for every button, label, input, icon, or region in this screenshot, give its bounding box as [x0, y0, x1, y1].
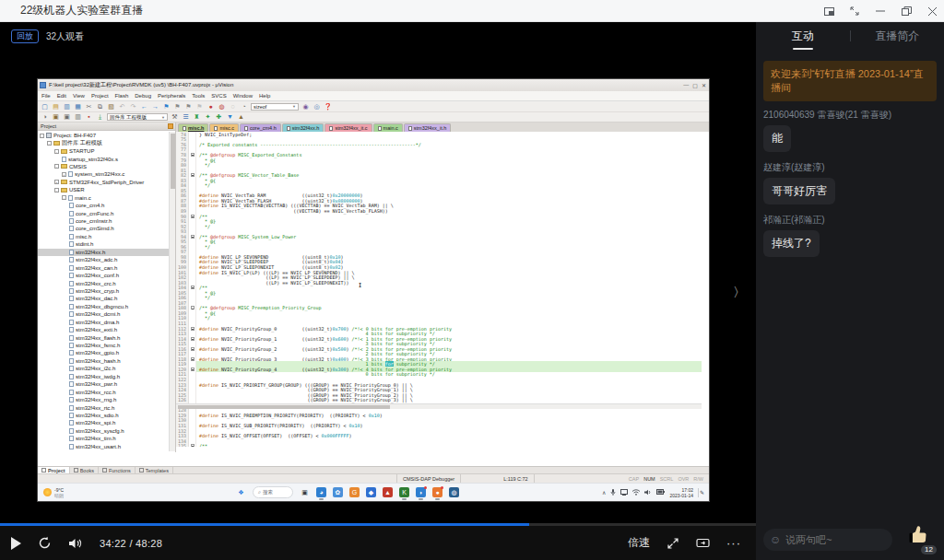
help-search-icon[interactable]: ❓	[324, 103, 332, 111]
minimize-icon[interactable]	[874, 5, 887, 18]
bookmark-clear-icon[interactable]: ⚑	[195, 103, 204, 111]
fold-box-icon[interactable]	[191, 215, 195, 218]
tree-item[interactable]: -固件库 工程模版	[38, 139, 169, 146]
tree-item[interactable]: stm32f4xx_wwdg.h	[38, 450, 169, 451]
batch-build-icon[interactable]: ▥	[74, 113, 82, 121]
g-app-icon[interactable]: G	[349, 487, 360, 497]
tree-item[interactable]: stm32f4xx_pwr.h	[38, 380, 169, 388]
tree-expander-icon[interactable]: -	[62, 195, 66, 200]
cut-icon[interactable]: ✂	[85, 103, 93, 111]
bookmark-icon[interactable]: ⚑	[162, 103, 171, 111]
breakpoint-kill-icon[interactable]: ◌	[229, 103, 237, 111]
tree-item[interactable]: stm32f4xx_syscfg.h	[38, 427, 169, 435]
tree-item[interactable]: stm32f4xx_conf.h	[38, 272, 169, 279]
keil-menu-edit[interactable]: Edit	[57, 93, 66, 99]
tree-expander-icon[interactable]: -	[54, 188, 59, 192]
bookmark-next-icon[interactable]: ⚑	[184, 103, 193, 111]
expand-icon[interactable]	[848, 5, 861, 18]
back-icon[interactable]: ←	[140, 103, 148, 111]
sidebar-collapse-chevron-icon[interactable]: 〉	[732, 282, 747, 304]
tree-expander-icon[interactable]: +	[54, 180, 59, 184]
fold-box-icon[interactable]	[191, 173, 195, 177]
find-in-files-icon[interactable]: ◉	[301, 103, 310, 111]
tree-item[interactable]: +STM32F4xx_StdPeriph_Driver	[38, 179, 169, 186]
keil-menu-help[interactable]: Help	[259, 93, 270, 99]
taskbar-clock[interactable]: 17:02 2023-01-14	[669, 487, 693, 498]
fold-box-icon[interactable]	[191, 235, 195, 239]
fold-box-icon[interactable]	[191, 153, 195, 157]
editor-tab[interactable]: main.c	[373, 123, 403, 132]
paste-icon[interactable]: ▧	[107, 103, 115, 111]
editor-tab[interactable]: stm32f4xx_it.h	[404, 123, 451, 132]
tree-item[interactable]: stm32f4xx_hash.h	[38, 357, 169, 365]
editor-tab[interactable]: stm32f4xx.h	[282, 123, 324, 132]
incremental-find-icon[interactable]: ◎	[313, 103, 321, 111]
file-extensions-icon[interactable]: ♜	[193, 113, 201, 121]
debug-icon[interactable]: ◑	[41, 113, 49, 121]
build-icon[interactable]: ▣	[52, 113, 60, 121]
mic-icon[interactable]	[610, 489, 616, 496]
ide-icon[interactable]: ◆	[366, 487, 376, 497]
editor-tab[interactable]: misc.h	[178, 123, 208, 132]
tree-item[interactable]: core_cm4.h	[38, 202, 169, 209]
keil-menu-window[interactable]: Window	[233, 93, 253, 99]
keil-window-control-icon[interactable]: —	[683, 82, 689, 88]
tree-item[interactable]: stm32f4xx_dac.h	[38, 295, 169, 302]
bookmark-prev-icon[interactable]: ⚑	[173, 103, 182, 111]
fold-box-icon[interactable]	[191, 306, 195, 309]
fold-box-icon[interactable]	[191, 347, 195, 351]
copy-icon[interactable]: ⧉	[96, 103, 104, 111]
fold-box-icon[interactable]	[191, 337, 195, 341]
chevron-up-icon[interactable]: ∧	[602, 489, 606, 496]
fold-box-icon[interactable]	[191, 327, 195, 331]
editor-scrollbar-horizontal[interactable]	[176, 403, 702, 409]
keil-menu-view[interactable]: View	[73, 93, 85, 99]
tree-item[interactable]: stm32f4xx_tim.h	[38, 435, 169, 442]
volume-button[interactable]	[68, 537, 83, 550]
editor-tab[interactable]: misc.c	[209, 123, 239, 132]
breakpoint-icon[interactable]: ●	[206, 103, 215, 111]
tree-item[interactable]: stm32f4xx_fsmc.h	[38, 342, 169, 349]
taskbar-search[interactable]: ⌕搜索	[253, 486, 293, 498]
watch-icon[interactable]: ◔	[240, 103, 248, 111]
emoji-icon[interactable]: ☺	[770, 533, 781, 546]
open-icon[interactable]: ▤	[52, 103, 60, 111]
tree-item[interactable]: stm32f4xx_usart.h	[38, 443, 169, 450]
tree-item[interactable]: stm32f4xx_exti.h	[38, 326, 169, 333]
tree-item[interactable]: +system_stm32f4xx.c	[38, 170, 169, 178]
fold-box-icon[interactable]	[191, 357, 195, 361]
tree-item[interactable]: misc.h	[38, 233, 169, 240]
tree-item[interactable]: stm32f4xx_rtc.h	[38, 403, 169, 411]
keil-menu-peripherals[interactable]: Peripherals	[158, 93, 185, 99]
battery-icon[interactable]	[656, 489, 665, 496]
stop-build-icon[interactable]: ▪	[85, 113, 93, 121]
find-combo[interactable]: sizeof▼	[251, 103, 299, 111]
tree-item[interactable]: stm32f4xx_rcc.h	[38, 388, 169, 395]
keil-menu-flash[interactable]: Flash	[115, 93, 129, 99]
new-file-icon[interactable]: ▢	[41, 103, 49, 111]
replay-icon[interactable]	[38, 536, 52, 550]
wifi-icon[interactable]	[632, 489, 640, 496]
keil-icon[interactable]: K	[399, 487, 409, 497]
manage-items-icon[interactable]: ☰	[182, 113, 190, 121]
keil-window-control-icon[interactable]: ✕	[702, 82, 706, 88]
tree-item[interactable]: stm32f4xx_spi.h	[38, 419, 169, 426]
chat-app-icon[interactable]: ◗	[416, 487, 426, 497]
books-icon[interactable]: ▼	[226, 113, 234, 121]
tree-expander-icon[interactable]: -	[54, 164, 59, 169]
target-options-icon[interactable]: ⚒	[171, 113, 179, 121]
keil-menu-file[interactable]: File	[41, 93, 51, 99]
keil-window-control-icon[interactable]: ▢	[692, 82, 698, 88]
fold-box-icon[interactable]	[191, 368, 195, 371]
editor-tab[interactable]: core_cm4.h	[240, 123, 281, 132]
tree-item[interactable]: stm32f4xx_crc.h	[38, 279, 169, 286]
breakpoint-disable-icon[interactable]: ◍	[218, 103, 226, 111]
tree-item[interactable]: -USER	[38, 186, 169, 193]
start-icon[interactable]: ❖	[236, 487, 246, 497]
tree-expander-icon[interactable]: -	[54, 149, 59, 154]
tree-expander-icon[interactable]: +	[62, 172, 66, 177]
tree-expander-icon[interactable]: -	[40, 134, 44, 138]
tree-item[interactable]: stm32f4xx_iwdg.h	[38, 373, 169, 380]
tree-item[interactable]: stm32f4xx_rng.h	[38, 396, 169, 403]
download-icon[interactable]: ⤓	[96, 113, 104, 121]
